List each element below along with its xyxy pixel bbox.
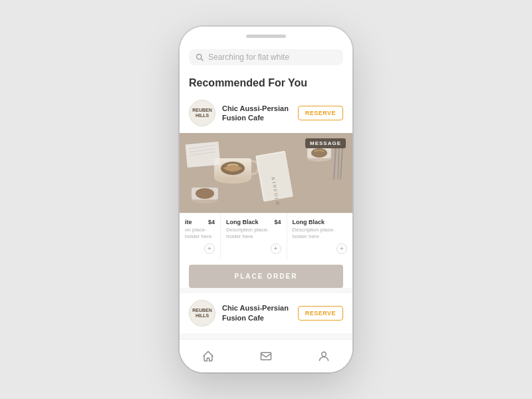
reserve-button-1[interactable]: RESERVE: [298, 106, 343, 120]
svg-point-25: [321, 352, 326, 356]
cafe-card-1: REUBEN HILLS Chic Aussi-Persian Fusion C…: [180, 93, 352, 288]
content-area[interactable]: Recommended For You REUBEN HILLS Chic Au…: [180, 70, 352, 339]
cafe-name-2: Chic Aussi-Persian Fusion Cafe: [222, 303, 291, 323]
place-order-button[interactable]: PLACE ORDER: [189, 265, 343, 288]
reserve-button-2[interactable]: RESERVE: [298, 306, 343, 321]
phone-frame: Searching for flat white Recommended For…: [180, 27, 352, 372]
menu-item-name-2: Long Black: [293, 219, 325, 225]
nav-home-icon[interactable]: [201, 349, 215, 364]
cafe-logo-1: REUBEN HILLS: [189, 100, 215, 126]
svg-point-13: [311, 148, 327, 158]
cafe-header-1: REUBEN HILLS Chic Aussi-Persian Fusion C…: [180, 93, 352, 133]
cafe-logo-text-1: REUBEN HILLS: [192, 108, 212, 118]
message-badge[interactable]: MESSAGE: [305, 138, 346, 148]
cafe-logo-2: REUBEN HILLS: [189, 300, 215, 327]
menu-item-price-0: $4: [208, 219, 215, 225]
cafe-logo-text-2: REUBEN HILLS: [192, 308, 212, 318]
menu-item-1: Long Black $4 Description place-holder h…: [221, 213, 287, 259]
search-icon: [196, 53, 204, 62]
menu-row-1: ite $4 on place-holder here + Long Black…: [180, 213, 352, 259]
phone-speaker: [246, 35, 286, 38]
menu-item-add-1[interactable]: +: [271, 243, 281, 254]
search-placeholder-text: Searching for flat white: [208, 53, 289, 62]
search-input-wrapper[interactable]: Searching for flat white: [189, 49, 343, 65]
cafe-name-1: Chic Aussi-Persian Fusion Cafe: [222, 104, 291, 123]
menu-item-desc-0: on place-holder here: [185, 227, 215, 241]
cafe-card-2: REUBEN HILLS Chic Aussi-Persian Fusion C…: [180, 293, 352, 333]
section-title: Recommended For You: [180, 70, 352, 93]
search-bar: Searching for flat white: [180, 45, 352, 70]
phone-screen: Searching for flat white Recommended For…: [180, 27, 352, 372]
cafe-header-2: REUBEN HILLS Chic Aussi-Persian Fusion C…: [180, 293, 352, 333]
menu-item-name-0: ite: [185, 219, 192, 225]
menu-item-name-1: Long Black: [226, 219, 259, 225]
cafe-image-1: KINFOLK: [180, 133, 352, 213]
svg-line-1: [201, 59, 203, 61]
cafe-info-1: Chic Aussi-Persian Fusion Cafe: [215, 104, 298, 123]
bottom-spacer: [180, 333, 352, 338]
menu-item-price-1: $4: [274, 219, 281, 225]
menu-item-desc-2: Description place-holder here: [293, 227, 348, 241]
menu-item-desc-1: Description place-holder here: [226, 227, 281, 241]
nav-profile-icon[interactable]: [317, 349, 331, 364]
svg-point-0: [197, 54, 201, 59]
bottom-nav: [180, 339, 352, 372]
svg-point-23: [196, 188, 214, 199]
menu-item-0: ite $4 on place-holder here +: [180, 213, 221, 259]
menu-item-2: Long Black Description place-holder here…: [287, 213, 353, 259]
nav-messages-icon[interactable]: [259, 349, 273, 364]
menu-item-add-0[interactable]: +: [204, 243, 215, 254]
cafe-info-2: Chic Aussi-Persian Fusion Cafe: [215, 303, 298, 323]
menu-item-add-2[interactable]: +: [336, 243, 347, 254]
svg-rect-24: [261, 352, 271, 360]
